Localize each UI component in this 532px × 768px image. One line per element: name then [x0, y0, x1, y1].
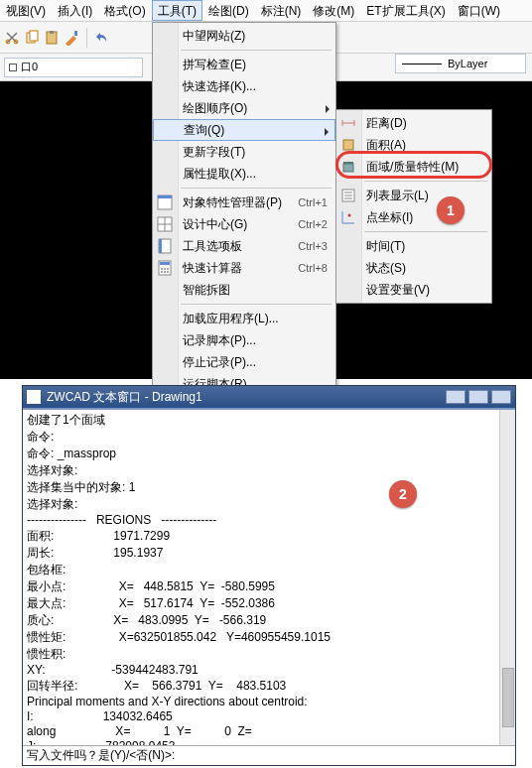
- output-line: 选择对象:: [27, 497, 77, 511]
- menu-spellcheck[interactable]: 拼写检查(E): [153, 54, 335, 75]
- text-window: ZWCAD 文本窗口 - Drawing1 创建了1个面域 命令: 命令: _m…: [22, 385, 516, 766]
- scrollbar-vertical[interactable]: [499, 410, 515, 745]
- menu-zw-website[interactable]: 中望网站(Z): [153, 25, 335, 47]
- svg-rect-11: [158, 195, 172, 198]
- calc-icon: [157, 260, 173, 276]
- menu-update-field[interactable]: 更新字段(T): [153, 141, 335, 163]
- copy-icon[interactable]: [24, 30, 40, 46]
- output-line: 面积: 1971.7299: [27, 529, 170, 543]
- undo-icon[interactable]: [94, 30, 110, 46]
- svg-rect-18: [160, 262, 170, 265]
- distance-icon: [340, 115, 356, 131]
- menu-window[interactable]: 窗口(W): [452, 0, 506, 21]
- layer-color-swatch: [9, 64, 17, 71]
- text-window-body[interactable]: 创建了1个面域 命令: 命令: _massprop 选择对象: 选择集当中的对象…: [23, 408, 515, 745]
- massprop-icon: [340, 159, 356, 175]
- output-line: J: 783098.9453: [27, 739, 175, 745]
- menu-load-app[interactable]: 加载应用程序(L)...: [153, 308, 335, 329]
- menu-distance[interactable]: 距离(D): [336, 112, 491, 134]
- matchprop-icon[interactable]: [64, 30, 79, 46]
- svg-point-37: [348, 214, 351, 217]
- linetype-combo[interactable]: ByLayer: [395, 54, 526, 73]
- menu-modify[interactable]: 修改(M): [307, 0, 360, 21]
- toolbar-help: ?: [347, 28, 353, 42]
- output-line: --------------- REGIONS --------------: [27, 513, 216, 527]
- command-line[interactable]: 写入文件吗？是(Y)/<否(N)>:: [23, 745, 515, 765]
- svg-point-23: [164, 271, 166, 273]
- menu-insert[interactable]: 插入(I): [52, 0, 98, 21]
- menu-area[interactable]: 面积(A): [336, 134, 491, 156]
- menu-dim[interactable]: 标注(N): [255, 0, 308, 21]
- output-line: 选择对象:: [27, 463, 77, 477]
- menu-attr-extract[interactable]: 属性提取(X)...: [153, 163, 335, 185]
- menu-stop-record[interactable]: 停止记录(P)...: [153, 351, 335, 373]
- maximize-button[interactable]: [468, 390, 488, 404]
- svg-rect-28: [343, 140, 353, 150]
- menu-format[interactable]: 格式(O): [98, 0, 151, 21]
- text-window-title: ZWCAD 文本窗口 - Drawing1: [47, 389, 202, 406]
- props-icon: [157, 194, 173, 210]
- layer-combo[interactable]: 口0: [4, 58, 143, 77]
- menu-design-center[interactable]: 设计中心(G)Ctrl+2: [153, 213, 335, 235]
- menu-massprop[interactable]: 面域/质量特性(M): [336, 156, 491, 178]
- menu-record-script[interactable]: 记录脚本(P)...: [153, 329, 335, 351]
- menu-smart-split[interactable]: 智能拆图: [153, 279, 335, 301]
- chevron-right-icon: [325, 128, 329, 136]
- menu-tool-palette[interactable]: 工具选项板Ctrl+3: [153, 235, 335, 257]
- menu-id-point[interactable]: 点坐标(I): [336, 206, 491, 228]
- inquiry-submenu: 距离(D) 面积(A) 面域/质量特性(M) 列表显示(L) 点坐标(I) 时间…: [335, 109, 492, 304]
- list-icon: [340, 188, 356, 203]
- svg-rect-3: [30, 31, 38, 41]
- callout-bullet-1: 1: [437, 196, 465, 224]
- svg-rect-30: [343, 162, 353, 164]
- menu-tools[interactable]: 工具(T): [152, 0, 202, 21]
- app-icon: [27, 390, 41, 404]
- output-line: 周长: 195.1937: [27, 546, 163, 560]
- menu-quickcalc[interactable]: 快速计算器Ctrl+8: [153, 257, 335, 279]
- menu-setvar[interactable]: 设置变量(V): [336, 279, 491, 301]
- output-line: along X= 1 Y= 0 Z=: [27, 724, 252, 738]
- menu-view[interactable]: 视图(V): [0, 0, 52, 21]
- output-line: 创建了1个面域: [27, 413, 105, 427]
- svg-rect-6: [74, 31, 77, 36]
- menu-inquiry[interactable]: 查询(Q): [153, 119, 335, 141]
- chevron-right-icon: [326, 105, 330, 113]
- linetype-label: ByLayer: [448, 58, 487, 69]
- output-line: 最小点: X= 448.5815 Y= -580.5995: [27, 579, 275, 593]
- menu-more[interactable]: [506, 0, 518, 21]
- paste-icon[interactable]: [44, 30, 60, 46]
- command-prompt: 写入文件吗？是(Y)/<否(N)>:: [27, 747, 175, 764]
- svg-point-22: [161, 271, 163, 273]
- scrollbar-thumb[interactable]: [502, 668, 514, 727]
- output-line: I: 134032.6465: [27, 709, 173, 723]
- menu-quickselect[interactable]: 快速选择(K)...: [153, 75, 335, 97]
- svg-point-20: [164, 268, 166, 270]
- output-line: 质心: X= 483.0995 Y= -566.319: [27, 613, 266, 627]
- output-line: 命令:: [27, 430, 54, 444]
- menu-properties[interactable]: 对象特性管理器(P)Ctrl+1: [153, 192, 335, 213]
- minimize-button[interactable]: [446, 390, 466, 404]
- output-line: 回转半径: X= 566.3791 Y= 483.5103: [27, 679, 286, 693]
- svg-rect-5: [50, 31, 54, 34]
- output-line: XY: -539442483.791: [27, 663, 199, 677]
- output-line: 选择集当中的对象: 1: [27, 480, 135, 494]
- text-window-titlebar[interactable]: ZWCAD 文本窗口 - Drawing1: [23, 386, 515, 408]
- point-id-icon: [340, 209, 356, 225]
- linetype-preview: [402, 64, 442, 64]
- menu-etext[interactable]: ET扩展工具(X): [360, 0, 451, 21]
- close-button[interactable]: [491, 390, 511, 404]
- output-line: 包络框:: [27, 563, 66, 576]
- svg-rect-16: [159, 239, 162, 253]
- svg-point-21: [167, 268, 169, 270]
- output-line: 惯性矩: X=632501855.042 Y=460955459.1015: [27, 630, 331, 644]
- palette-icon: [157, 238, 173, 254]
- menu-time[interactable]: 时间(T): [336, 235, 491, 257]
- menu-list[interactable]: 列表显示(L): [336, 185, 491, 206]
- design-center-icon: [157, 216, 173, 232]
- svg-point-24: [167, 271, 169, 273]
- menu-draworder[interactable]: 绘图顺序(O): [153, 97, 335, 119]
- menu-draw[interactable]: 绘图(D): [202, 0, 255, 21]
- cut-icon[interactable]: [4, 30, 20, 46]
- output-line: Principal moments and X-Y directions abo…: [27, 695, 308, 708]
- menu-status[interactable]: 状态(S): [336, 257, 491, 279]
